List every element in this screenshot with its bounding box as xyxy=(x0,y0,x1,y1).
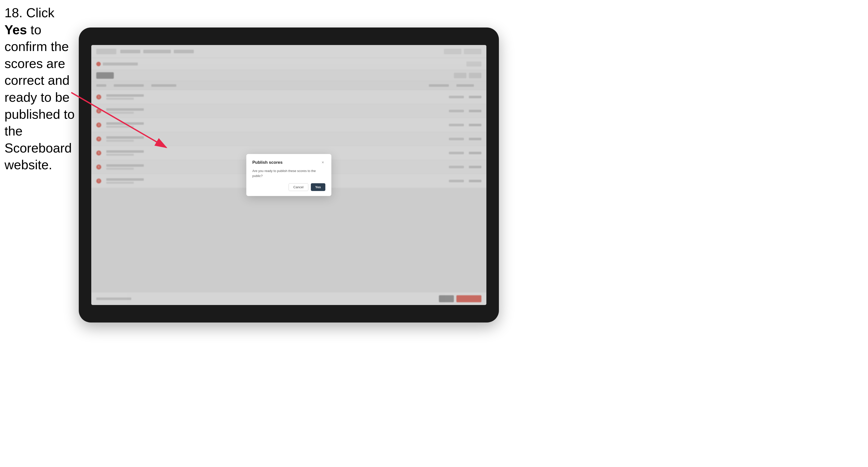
instruction-bold: Yes xyxy=(4,23,27,37)
cancel-button[interactable]: Cancel xyxy=(288,183,308,191)
modal-close-button[interactable]: × xyxy=(320,160,326,165)
yes-button[interactable]: Yes xyxy=(311,183,326,191)
modal-body-text: Are you ready to publish these scores to… xyxy=(252,168,326,178)
publish-scores-dialog: Publish scores × Are you ready to publis… xyxy=(246,154,331,196)
tablet-device: 1 2 xyxy=(79,28,499,322)
modal-header: Publish scores × xyxy=(252,160,326,165)
tablet-screen: 1 2 xyxy=(91,45,486,305)
modal-footer: Cancel Yes xyxy=(252,183,326,191)
step-number: 18. xyxy=(4,5,23,20)
modal-overlay: Publish scores × Are you ready to publis… xyxy=(91,45,486,305)
modal-title: Publish scores xyxy=(252,160,283,165)
instruction-text: 18. Click Yes to confirm the scores are … xyxy=(4,4,77,174)
